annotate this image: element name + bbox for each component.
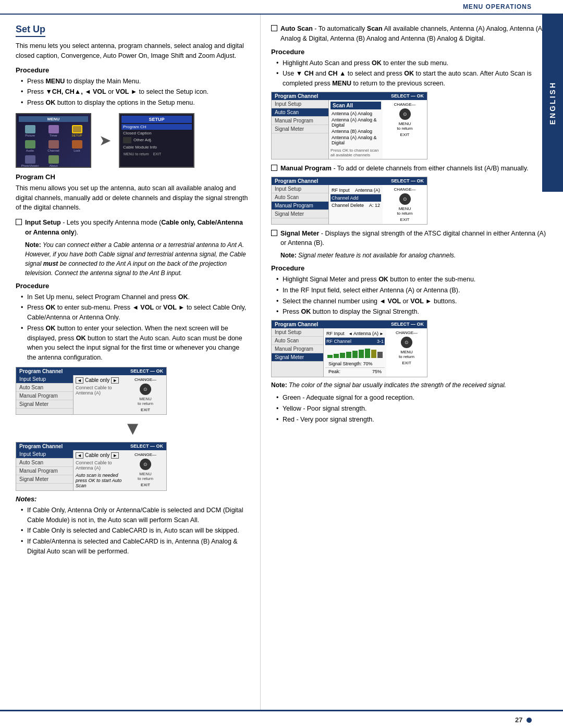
auto-scan-needed-note: Auto scan is neededpress OK to start Aut… — [76, 473, 123, 488]
manual-menu-input-setup: Input Setup — [272, 185, 328, 193]
input-setup-item: Input Setup - Lets you specify Antenna m… — [16, 218, 250, 238]
signal-bars — [325, 346, 385, 360]
note-item-3: If Cable/Antenna is selected and CableCA… — [21, 537, 250, 557]
procedure1-item-2: Press ▼CH, CH▲, ◄ VOL or VOL ► to select… — [21, 87, 250, 97]
menu-screenshots: MENU Picture Timer SETUP — [16, 113, 250, 168]
menu-item-channel: Channel — [42, 139, 65, 153]
nav-circle-signal: ⊙ — [401, 337, 412, 348]
auto-scan-menu: Input Setup Auto Scan Manual Program Sig… — [272, 100, 329, 159]
signal-meter-note: Note: Signal meter feature is not availa… — [280, 251, 553, 260]
menu-auto-scan-1: Auto Scan — [16, 384, 73, 392]
scan-all-item: Scan All — [331, 102, 381, 109]
procedure2-title: Procedure — [16, 282, 250, 290]
procedure1-item-1: Press MENU to display the Main Menu. — [21, 77, 250, 87]
auto-scan-proc-1: Highlight Auto Scan and press OK to ente… — [276, 58, 553, 68]
english-sidebar: ENGLISH — [542, 15, 563, 192]
connect-cable-note-2: Connect Cable to Antenna (A) — [76, 460, 123, 471]
page-dot — [527, 718, 532, 723]
auto-scan-screenshot: Program Channel SELECT — OK Input Setup … — [271, 92, 427, 159]
sbar-5 — [352, 351, 358, 358]
scan-menu-manual-program: Manual Program — [272, 117, 328, 125]
nav-circle-scan: ⊙ — [399, 108, 411, 120]
setup-item-closedcaption: Closed Caption — [121, 130, 192, 136]
auto-scan-text: Auto Scan - To automatically Scan All av… — [280, 24, 553, 44]
signal-meter-header: Program Channel SELECT — OK — [272, 320, 427, 328]
note-cable: Note: You can connect either a Cable ant… — [25, 240, 250, 278]
auto-scan-right: CHANGE— ⊙ MENUto return EXIT — [383, 100, 427, 159]
manual-program-item: Manual Program - To add or delete channe… — [271, 164, 553, 174]
menu-item-setup: SETUP — [66, 124, 88, 138]
picture-icon — [25, 125, 35, 133]
manual-prog-screenshot: Program Channel SELECT — OK Input Setup … — [271, 177, 427, 225]
signal-meter-right: CHANGE— ⊙ MENUto return EXIT — [386, 328, 427, 377]
note-item-2: If Cable Only is selected and CableCARD … — [21, 526, 250, 536]
setup-menu-screenshot: SETUP Program CH Closed Caption Other Ad… — [119, 113, 194, 168]
menu-signal-meter-2: Signal Meter — [16, 475, 73, 484]
setup-item-cablemodule: Cable Module Info — [121, 144, 192, 150]
prog-channel-menu-2: Input Setup Auto Scan Manual Program Sig… — [16, 450, 74, 490]
right-column: ENGLISH Auto Scan - To automatically Sca… — [261, 15, 563, 710]
signal-strength-label: Signal Strength: 70% — [328, 361, 373, 366]
signal-meter-procedure-title: Procedure — [271, 264, 553, 272]
prog-channel-right-2: CHANGE— ⊙ MENUto return EXIT — [125, 450, 166, 490]
procedure1-title: Procedure — [16, 66, 250, 74]
prog-channel-header-1: Program Channel SELECT — OK — [16, 367, 166, 375]
about-icon — [48, 155, 59, 164]
input-setup-text: Input Setup - Lets you specify Antenna m… — [25, 218, 250, 238]
manual-program-checkbox — [271, 165, 277, 171]
main-menu-screenshot: MENU Picture Timer SETUP — [16, 113, 91, 168]
setup-icon — [72, 125, 82, 133]
procedure2-item-2: Press OK to enter sub-menu. Press ◄ VOL … — [21, 303, 250, 323]
color-green: Green - Adequate signal for a good recep… — [276, 393, 553, 403]
prog-channel-title-2: Program Channel — [19, 443, 63, 449]
note-cable-text: Note: You can connect either a Cable ant… — [25, 240, 250, 278]
nav-circle-1: ⊙ — [140, 384, 151, 395]
manual-menu-signal-meter: Signal Meter — [272, 210, 328, 218]
prog-channel-select-2: SELECT — OK — [130, 443, 163, 449]
audio-icon — [25, 140, 35, 149]
menu-grid: Picture Timer SETUP Audio — [19, 124, 88, 168]
notes-section: Notes: If Cable Only, Antenna Only or An… — [16, 495, 250, 557]
prog-channel-menu-1: Input Setup Auto Scan Manual Program Sig… — [16, 375, 74, 414]
auto-scan-body: Input Setup Auto Scan Manual Program Sig… — [272, 100, 427, 159]
main-content: Set Up This menu lets you select antenna… — [0, 15, 563, 710]
connect-cable-note-1: Connect Cable to Antenna (A) — [76, 385, 123, 396]
auto-scan-procedure-title: Procedure — [271, 48, 553, 56]
menu-item-lock: Lock — [66, 139, 88, 153]
note-item-1: If Cable Only, Antenna Only or Antenna/C… — [21, 505, 250, 525]
auto-scan-header: Program Channel SELECT — OK — [272, 92, 427, 100]
auto-scan-proc-2: Use ▼ CH and CH ▲ to select and press OK… — [276, 69, 553, 89]
signal-meter-body: Input Setup Auto Scan Manual Program Sig… — [272, 328, 427, 377]
color-red: Red - Very poor signal strength. — [276, 415, 553, 425]
page-footer: 27 — [0, 710, 563, 728]
sbar-1 — [327, 355, 333, 358]
menu-input-setup-1: Input Setup — [16, 375, 73, 384]
color-yellow: Yellow - Poor signal strength. — [276, 404, 553, 414]
signal-meter-proc-4: Press OK button to display the Signal St… — [276, 307, 553, 317]
prog-channel-header-2: Program Channel SELECT — OK — [16, 442, 166, 450]
manual-prog-body: Input Setup Auto Scan Manual Program Sig… — [272, 185, 427, 224]
channel-delete-row: Channel Delete A: 12 — [331, 202, 381, 209]
procedure2-item-1: In Set Up menu, select Program Channel a… — [21, 292, 250, 302]
signal-meter-proc-3: Select the channel number using ◄ VOL or… — [276, 297, 553, 306]
antenna-b-analog: Antenna (B) Analog — [331, 128, 381, 134]
menu-label: MENU — [19, 116, 88, 122]
menu-auto-scan-2: Auto Scan — [16, 459, 73, 467]
peak-row: Peak: 75% — [325, 367, 385, 375]
signal-strength-row: Signal Strength: 70% — [325, 360, 385, 367]
sbar-9 — [377, 352, 383, 358]
lock-icon — [72, 140, 82, 149]
top-bar: Menu Operations — [0, 0, 563, 15]
menu-input-setup-2: Input Setup — [16, 450, 73, 459]
nav-circle-2: ⊙ — [140, 459, 151, 470]
auto-scan-content: Scan All Antenna (A) Analog Antenna (A) … — [329, 100, 383, 159]
cable-only-row: ◄ Cable only ► — [76, 377, 123, 384]
prog-channel-box-1: Program Channel SELECT — OK Input Setup … — [16, 367, 167, 415]
signal-meter-content: RF Input ◄ Antenna (A) ► RF Channel 3-1 — [324, 328, 386, 377]
channel-add-row: Channel Add — [331, 194, 381, 202]
peak-label: Peak: — [328, 369, 340, 374]
signal-meter-screenshot: Program Channel SELECT — OK Input Setup … — [271, 320, 427, 377]
procedure1-list: Press MENU to display the Main Menu. Pre… — [16, 77, 250, 108]
peak-value: 75% — [372, 369, 382, 374]
sbar-4 — [346, 352, 351, 358]
